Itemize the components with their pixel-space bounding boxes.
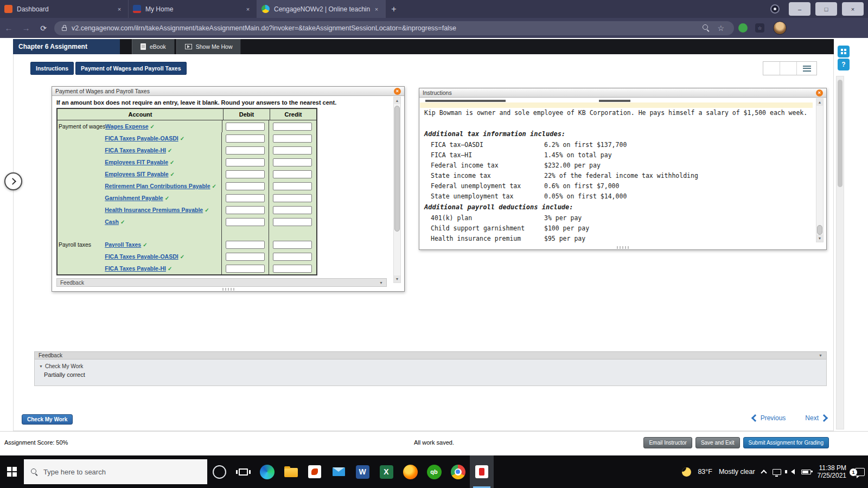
work-panel-titlebar[interactable]: Payment of Wages and Payroll Taxes × [52, 87, 404, 96]
caret-down-icon[interactable]: ▼ [379, 281, 383, 285]
debit-input[interactable] [226, 218, 265, 226]
tab-audio-icon[interactable] [770, 4, 780, 14]
taskbar-search[interactable]: Type here to search [24, 459, 207, 484]
instructions-titlebar[interactable]: Instructions × [419, 88, 826, 98]
scroll-up-icon[interactable]: ▲ [394, 97, 400, 104]
search-icon[interactable] [703, 24, 710, 31]
close-icon[interactable]: × [816, 89, 823, 97]
chrome-app-button[interactable] [446, 455, 470, 488]
account-link[interactable]: FICA Taxes Payable-OASDI [105, 253, 178, 260]
account-link[interactable]: Retirement Plan Contributions Payable [105, 183, 210, 189]
debit-input[interactable] [226, 170, 265, 178]
scrollbar-thumb[interactable] [817, 225, 822, 235]
forward-button[interactable]: → [17, 23, 35, 33]
tab-dashboard[interactable]: Dashboard × [0, 0, 129, 18]
scroll-down-icon[interactable]: ▼ [394, 275, 400, 282]
weather-temp[interactable]: 83°F [698, 468, 712, 476]
extension-adblock-icon[interactable] [738, 23, 748, 33]
work-feedback-bar[interactable]: Feedback ▼ [56, 278, 387, 287]
word-app-button[interactable]: W [350, 455, 374, 488]
credit-input[interactable] [273, 123, 312, 131]
panel-resize-grip[interactable] [617, 246, 629, 249]
panel-resize-grip[interactable] [222, 288, 234, 291]
scroll-up-icon[interactable]: ▲ [816, 99, 823, 106]
item-list-button[interactable] [797, 62, 816, 75]
edge-app-button[interactable] [255, 455, 279, 488]
debit-input[interactable] [226, 194, 265, 202]
tab-instructions[interactable]: Instructions [30, 62, 74, 75]
account-link[interactable]: FICA Taxes Payable-OASDI [105, 135, 178, 142]
account-link[interactable]: Wages Expense [105, 123, 149, 130]
pinned-app-button[interactable] [303, 455, 327, 488]
submit-assignment-button[interactable]: Submit Assignment for Grading [743, 437, 829, 448]
file-explorer-button[interactable] [279, 455, 303, 488]
caret-down-icon[interactable]: ▼ [819, 354, 822, 357]
tab-payment-of-wages[interactable]: Payment of Wages and Payroll Taxes [75, 62, 186, 75]
account-link[interactable]: Garnishment Payable [105, 195, 163, 201]
minimize-button[interactable]: – [789, 2, 810, 16]
calculator-tool-button[interactable] [838, 46, 850, 57]
tab-close-icon[interactable]: × [115, 6, 124, 12]
panel-expander-button[interactable] [4, 172, 22, 190]
tray-expand-icon[interactable] [761, 470, 767, 476]
feedback-header[interactable]: Feedback ▼ [34, 351, 827, 359]
next-link[interactable]: Next [805, 414, 819, 422]
account-link[interactable]: Cash [105, 219, 119, 225]
tab-close-icon[interactable]: × [244, 6, 252, 12]
bookmark-star-icon[interactable]: ☆ [717, 24, 724, 33]
pagination-cell[interactable] [780, 62, 797, 75]
tab-my-home[interactable]: My Home × [129, 0, 257, 18]
help-tool-button[interactable]: ? [838, 59, 850, 70]
tab-cengagenow[interactable]: CengageNOWv2 | Online teachin × [257, 0, 386, 18]
taskbar-clock[interactable]: 11:38 PM 7/25/2021 [818, 464, 846, 479]
work-panel-scrollbar[interactable]: ▲ ▼ [393, 97, 401, 283]
mail-app-button[interactable] [327, 455, 350, 488]
debit-input[interactable] [226, 265, 265, 273]
url-field[interactable]: v2.cengagenow.com/ilrn/takeAssignment/ta… [54, 21, 734, 35]
email-instructor-button[interactable]: Email Instructor [643, 437, 692, 448]
weather-desc[interactable]: Mostly clear [719, 468, 755, 476]
close-window-button[interactable]: × [842, 2, 864, 16]
scroll-down-icon[interactable]: ▼ [816, 235, 823, 242]
account-link[interactable]: FICA Taxes Payable-HI [105, 265, 166, 272]
account-link[interactable]: Payroll Taxes [105, 241, 141, 248]
credit-input[interactable] [273, 194, 312, 202]
debit-input[interactable] [226, 206, 265, 214]
refresh-button[interactable]: ⟳ [35, 24, 52, 33]
firefox-app-button[interactable] [398, 455, 422, 488]
action-center-icon[interactable]: 1 [855, 468, 865, 476]
show-me-how-button[interactable]: Show Me How [176, 39, 241, 54]
quickbooks-app-button[interactable]: qb [422, 455, 446, 488]
close-icon[interactable]: × [394, 88, 401, 95]
credit-input[interactable] [273, 241, 312, 249]
account-link[interactable]: Employees SIT Payable [105, 171, 168, 177]
debit-input[interactable] [226, 182, 265, 190]
credit-input[interactable] [273, 146, 312, 155]
previous-link[interactable]: Previous [761, 414, 786, 422]
debit-input[interactable] [226, 134, 265, 143]
account-link[interactable]: Employees FIT Payable [105, 159, 168, 165]
ebook-button[interactable]: eBook [132, 39, 175, 54]
credit-input[interactable] [273, 134, 312, 143]
debit-input[interactable] [226, 158, 265, 166]
check-my-work-toggle[interactable]: ▼ Check My Work [39, 363, 822, 369]
debit-input[interactable] [226, 241, 265, 249]
page-scrollbar[interactable] [836, 76, 844, 429]
page-scrollbar-thumb[interactable] [838, 80, 843, 187]
battery-tray-icon[interactable] [801, 470, 811, 474]
instructions-scrollbar[interactable]: ▲ ▼ [816, 98, 824, 242]
debit-input[interactable] [226, 146, 265, 155]
new-tab-button[interactable]: + [386, 0, 402, 18]
credit-input[interactable] [273, 182, 312, 190]
debit-input[interactable] [226, 253, 265, 261]
cortana-button[interactable] [207, 455, 231, 488]
maximize-button[interactable]: □ [815, 2, 837, 16]
display-tray-icon[interactable] [773, 469, 781, 475]
credit-input[interactable] [273, 253, 312, 261]
tab-close-icon[interactable]: × [372, 6, 381, 12]
credit-input[interactable] [273, 206, 312, 214]
start-button[interactable] [0, 455, 24, 488]
volume-tray-icon[interactable] [791, 469, 795, 474]
save-and-exit-button[interactable]: Save and Exit [695, 437, 740, 448]
credit-input[interactable] [273, 265, 312, 273]
